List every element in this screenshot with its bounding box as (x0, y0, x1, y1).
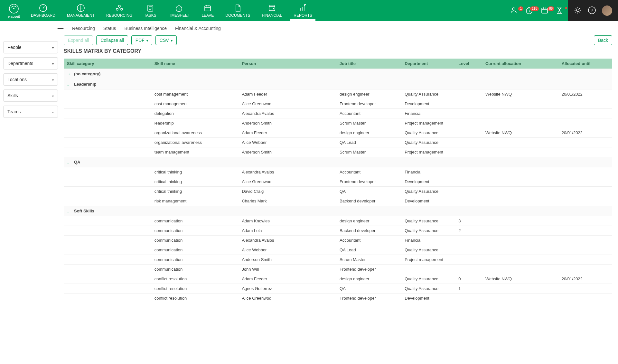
nav-reports[interactable]: REPORTS (288, 0, 318, 21)
filter-skills[interactable]: Skills (3, 89, 58, 102)
arrow-down-icon (67, 209, 71, 213)
col-allocated-until[interactable]: Allocated until (558, 59, 612, 69)
group-label: Leadership (74, 82, 96, 87)
collapse-all-button[interactable]: Collapse all (96, 35, 128, 45)
svg-point-12 (273, 8, 274, 9)
back-button[interactable]: Back (594, 35, 612, 45)
arrow-right-icon (67, 71, 71, 76)
filters-sidebar: People Departments Locations Skills Team… (0, 35, 61, 313)
svg-point-5 (118, 5, 120, 7)
csv-export-button[interactable]: CSV (155, 35, 177, 45)
help-icon[interactable]: ? (588, 6, 596, 15)
table-row[interactable]: critical thinkingDavid CraigQAQuality As… (64, 187, 612, 196)
table-row[interactable]: conflict resolutionAlice GreenwodFronten… (64, 294, 612, 303)
notif-user-icon[interactable]: 1 (506, 6, 521, 16)
pdf-export-button[interactable]: PDF (131, 35, 152, 45)
table-row[interactable]: conflict resolutionAgnes GutierrezQAQual… (64, 284, 612, 294)
subtab-status[interactable]: Status (103, 26, 116, 31)
user-avatar[interactable] (602, 5, 612, 16)
table-row[interactable]: cost managementAlice GreenwodFrontend de… (64, 99, 612, 109)
table-row[interactable]: risk managementCharles MarkBackend devel… (64, 196, 612, 206)
collapse-sidebar-icon[interactable]: ⟵ (57, 26, 64, 31)
chevron-down-icon (52, 45, 54, 50)
table-row[interactable]: critical thinkingAlexandra AvalosAccount… (64, 167, 612, 177)
svg-point-13 (512, 8, 515, 10)
nav-documents[interactable]: DOCUMENTS (220, 0, 256, 21)
table-row[interactable]: leadershipAnderson SmithScrum MasterProj… (64, 118, 612, 128)
table-row[interactable]: organizational awarenessAlice WebberQA L… (64, 138, 612, 147)
svg-point-16 (576, 9, 579, 12)
chevron-down-icon (171, 38, 173, 43)
nav-leave[interactable]: LEAVE (196, 0, 220, 21)
expand-all-button[interactable]: Expand all (64, 35, 93, 45)
skills-matrix-table: Skill category Skill name Person Job tit… (64, 59, 612, 303)
svg-point-3 (42, 8, 43, 9)
table-row[interactable]: communicationAlice WebberQA LeadQuality … (64, 245, 612, 255)
filter-locations[interactable]: Locations (3, 73, 58, 86)
group-row[interactable]: QA (64, 157, 612, 167)
col-level[interactable]: Level (455, 59, 482, 69)
chevron-down-icon (52, 61, 54, 66)
group-row[interactable]: (no category) (64, 69, 612, 79)
notif-calendar-icon[interactable]: 86 (537, 6, 552, 16)
chevron-down-icon (52, 93, 54, 98)
subtab-resourcing[interactable]: Resourcing (72, 26, 95, 31)
col-job-title[interactable]: Job title (336, 59, 401, 69)
notif-timer-icon[interactable]: 116 (521, 6, 537, 16)
nav-financial[interactable]: FINANCIAL (256, 0, 288, 21)
group-row[interactable]: Leadership (64, 79, 612, 89)
group-label: Soft Skills (74, 209, 94, 213)
filter-teams[interactable]: Teams (3, 106, 58, 118)
page-title: SKILLS MATRIX BY CATEGORY (64, 48, 612, 54)
nav-tasks[interactable]: TASKS (138, 0, 162, 21)
brand-logo[interactable]: elapseit (0, 3, 25, 18)
table-row[interactable]: communicationJohn WillFrontend developer (64, 265, 612, 274)
table-row[interactable]: delegationAlexandra AvalosAccountantFina… (64, 109, 612, 118)
subtab-financial[interactable]: Financial & Accounting (175, 26, 221, 31)
hourglass-icon[interactable] (552, 6, 568, 16)
nav-resourcing[interactable]: RESOURCING (100, 0, 138, 21)
settings-icon[interactable] (574, 6, 582, 15)
nav-timesheet[interactable]: TIMESHEET (162, 0, 196, 21)
subtab-bi[interactable]: Business Intelligence (125, 26, 167, 31)
chevron-down-icon (52, 109, 54, 114)
svg-point-1 (13, 8, 14, 9)
table-row[interactable]: organizational awarenessAdam Feederdesig… (64, 128, 612, 138)
brand-name: elapseit (8, 14, 20, 18)
svg-rect-15 (542, 8, 548, 13)
filter-people[interactable]: People (3, 41, 58, 53)
table-row[interactable]: communicationAdam Knowlesdesign engineer… (64, 216, 612, 226)
col-person[interactable]: Person (239, 59, 336, 69)
chevron-down-icon (146, 38, 148, 43)
group-row[interactable]: Soft Skills (64, 206, 612, 216)
filter-departments[interactable]: Departments (3, 57, 58, 70)
group-label: QA (74, 160, 80, 164)
svg-text:?: ? (591, 8, 593, 13)
col-current-allocation[interactable]: Current allocation (482, 59, 558, 69)
col-department[interactable]: Department (401, 59, 455, 69)
arrow-down-icon (67, 160, 71, 164)
col-skill-category[interactable]: Skill category (64, 59, 151, 69)
group-label: (no category) (74, 71, 100, 76)
table-row[interactable]: communicationAlexandra AvalosAccountantF… (64, 236, 612, 245)
nav-dashboard[interactable]: DASHBOARD (25, 0, 61, 21)
chevron-down-icon (52, 77, 54, 82)
col-skill-name[interactable]: Skill name (151, 59, 239, 69)
arrow-down-icon (67, 82, 71, 87)
table-row[interactable]: cost managementAdam Feederdesign enginee… (64, 89, 612, 99)
report-subtabs: ⟵ Resourcing Status Business Intelligenc… (0, 21, 618, 35)
table-row[interactable]: communicationAdam LolaBackend developerQ… (64, 226, 612, 236)
nav-management[interactable]: MANAGEMENT (61, 0, 100, 21)
table-row[interactable]: communicationAnderson SmithScrum MasterP… (64, 255, 612, 265)
svg-point-7 (121, 8, 123, 10)
svg-point-6 (116, 8, 118, 10)
svg-rect-10 (205, 6, 211, 11)
table-row[interactable]: conflict resolutionAdam Feederdesign eng… (64, 274, 612, 284)
table-row[interactable]: team managementAnderson SmithScrum Maste… (64, 147, 612, 157)
table-row[interactable]: critical thinkingAlice GreenwodFrontend … (64, 177, 612, 187)
